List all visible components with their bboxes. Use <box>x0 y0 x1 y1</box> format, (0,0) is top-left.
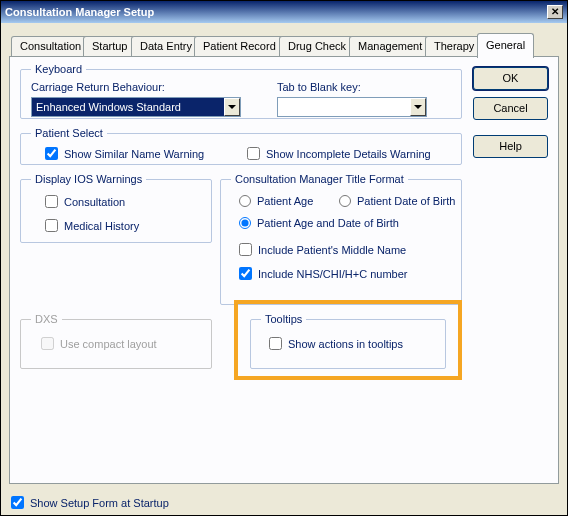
ok-button[interactable]: OK <box>473 67 548 90</box>
group-title-format: Consultation Manager Title Format Patien… <box>220 173 462 305</box>
tab-blank-label: Tab to Blank key: <box>277 81 361 93</box>
tab-patient-record[interactable]: Patient Record <box>194 36 285 57</box>
radio-patient-both[interactable]: Patient Age and Date of Birth <box>239 217 399 229</box>
close-button[interactable]: ✕ <box>547 5 563 19</box>
chk-similar-name-box[interactable] <box>45 147 58 160</box>
chk-similar-name-label: Show Similar Name Warning <box>64 148 204 160</box>
chk-ios-consultation-label: Consultation <box>64 196 125 208</box>
group-ios-warnings: Display IOS Warnings Consultation Medica… <box>20 173 212 243</box>
group-dxs: DXS Use compact layout <box>20 313 212 369</box>
chk-show-actions-box[interactable] <box>269 337 282 350</box>
chk-compact-layout: Use compact layout <box>41 337 157 350</box>
chk-ios-medical-box[interactable] <box>45 219 58 232</box>
group-keyboard-legend: Keyboard <box>31 63 86 75</box>
chk-show-setup-startup[interactable]: Show Setup Form at Startup <box>11 496 169 509</box>
tab-drug-check[interactable]: Drug Check <box>279 36 355 57</box>
carriage-select[interactable]: Enhanced Windows Standard <box>31 97 241 117</box>
chk-ios-medical-label: Medical History <box>64 220 139 232</box>
group-patient-select-legend: Patient Select <box>31 127 107 139</box>
group-patient-select: Patient Select Show Similar Name Warning… <box>20 127 462 165</box>
titlebar: Consultation Manager Setup ✕ <box>1 1 567 23</box>
window-title: Consultation Manager Setup <box>5 6 547 18</box>
group-keyboard: Keyboard Carriage Return Behaviour: Enha… <box>20 63 462 119</box>
chk-nhs-number-label: Include NHS/CHI/H+C number <box>258 268 407 280</box>
radio-patient-age[interactable]: Patient Age <box>239 195 313 207</box>
chk-incomplete-details-label: Show Incomplete Details Warning <box>266 148 431 160</box>
group-tooltips: Tooltips Show actions in tooltips <box>250 313 446 369</box>
chk-similar-name[interactable]: Show Similar Name Warning <box>45 147 204 160</box>
radio-patient-age-label: Patient Age <box>257 195 313 207</box>
chk-compact-layout-box <box>41 337 54 350</box>
carriage-dropdown-button[interactable] <box>224 98 240 116</box>
chk-nhs-number[interactable]: Include NHS/CHI/H+C number <box>239 267 407 280</box>
chk-incomplete-details-box[interactable] <box>247 147 260 160</box>
tab-management[interactable]: Management <box>349 36 431 57</box>
chk-incomplete-details[interactable]: Show Incomplete Details Warning <box>247 147 431 160</box>
tab-consultation[interactable]: Consultation <box>11 36 90 57</box>
chk-show-actions-label: Show actions in tooltips <box>288 338 403 350</box>
tab-general[interactable]: General <box>477 33 534 58</box>
chk-ios-consultation[interactable]: Consultation <box>45 195 125 208</box>
group-title-format-legend: Consultation Manager Title Format <box>231 173 408 185</box>
client-area: Consultation Startup Data Entry Patient … <box>1 23 567 515</box>
radio-patient-dob-label: Patient Date of Birth <box>357 195 455 207</box>
chk-ios-medical[interactable]: Medical History <box>45 219 139 232</box>
chk-show-setup-startup-box[interactable] <box>11 496 24 509</box>
tab-panel-general: Keyboard Carriage Return Behaviour: Enha… <box>9 56 559 484</box>
carriage-label: Carriage Return Behaviour: <box>31 81 165 93</box>
radio-patient-age-input[interactable] <box>239 195 251 207</box>
tab-data-entry[interactable]: Data Entry <box>131 36 201 57</box>
carriage-value: Enhanced Windows Standard <box>32 101 224 113</box>
group-tooltips-legend: Tooltips <box>261 313 306 325</box>
chk-middle-name-label: Include Patient's Middle Name <box>258 244 406 256</box>
radio-patient-dob[interactable]: Patient Date of Birth <box>339 195 455 207</box>
tab-startup[interactable]: Startup <box>83 36 136 57</box>
chk-middle-name[interactable]: Include Patient's Middle Name <box>239 243 406 256</box>
cancel-button[interactable]: Cancel <box>473 97 548 120</box>
chevron-down-icon <box>414 105 422 109</box>
chk-nhs-number-box[interactable] <box>239 267 252 280</box>
chevron-down-icon <box>228 105 236 109</box>
group-dxs-legend: DXS <box>31 313 62 325</box>
tab-therapy[interactable]: Therapy <box>425 36 483 57</box>
chk-show-actions[interactable]: Show actions in tooltips <box>269 337 403 350</box>
chk-ios-consultation-box[interactable] <box>45 195 58 208</box>
group-ios-legend: Display IOS Warnings <box>31 173 146 185</box>
tab-blank-select[interactable] <box>277 97 427 117</box>
tab-strip: Consultation Startup Data Entry Patient … <box>11 33 559 57</box>
chk-middle-name-box[interactable] <box>239 243 252 256</box>
radio-patient-both-input[interactable] <box>239 217 251 229</box>
dialog-window: Consultation Manager Setup ✕ Consultatio… <box>0 0 568 516</box>
tab-blank-dropdown-button[interactable] <box>410 98 426 116</box>
radio-patient-both-label: Patient Age and Date of Birth <box>257 217 399 229</box>
chk-show-setup-startup-label: Show Setup Form at Startup <box>30 497 169 509</box>
chk-compact-layout-label: Use compact layout <box>60 338 157 350</box>
help-button[interactable]: Help <box>473 135 548 158</box>
radio-patient-dob-input[interactable] <box>339 195 351 207</box>
